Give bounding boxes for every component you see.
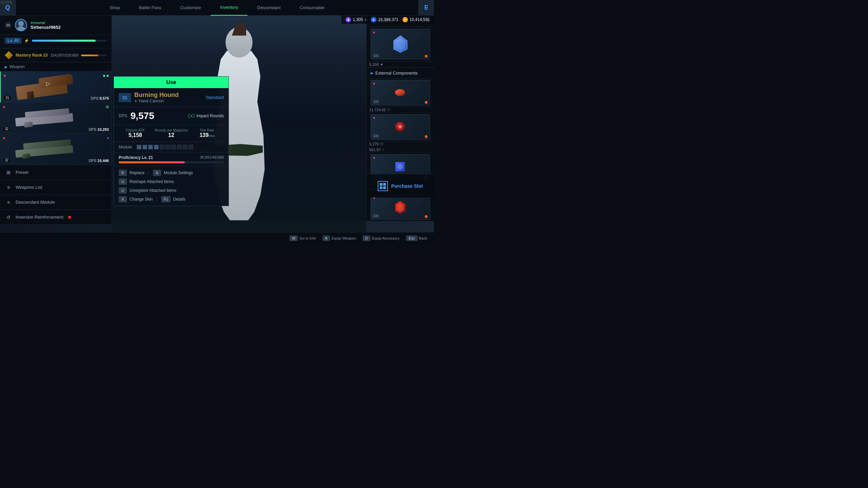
right-panel: ▶ Reactor ⌂ ⬆ ♥ [366,16,434,221]
hint-back: Esc Back [406,236,427,241]
weapon-heart-3: ♥ [3,136,5,141]
ext-item-slot-2[interactable]: ♥ 100 [371,114,430,140]
purchase-slot-label: Purchase Slot [391,183,423,189]
hint-equip-weapon: A Equip Weapon [323,236,356,241]
use-button[interactable]: Use [114,77,229,88]
stat-value-1: 12 [155,132,188,138]
preset-label: Preset [16,170,28,175]
nav-descendant[interactable]: Descendant [248,0,290,16]
key-u-2: U [119,187,127,194]
hint-back-label: Back [419,236,427,240]
reactor-heart-icon: ♥ [373,30,375,35]
action-separator-2 [157,197,157,202]
hint-go-to-info: W Go to Info [290,236,316,241]
action-details[interactable]: Details [173,197,186,202]
weapon-slot-2[interactable]: ♥ 32 DPS 10,293 ⊞ [0,103,112,134]
stat-firearm-atk: Firearm ATK 5,158 [119,128,152,138]
ext-item-2-level: 100 [373,134,379,138]
level-section: Lv. 40 ⚡ [0,35,112,48]
weapons-list-icon: ≡ [5,184,12,191]
mastery-bar-fill [81,55,98,56]
action-reshape[interactable]: Reshape Attached Items [130,179,174,184]
weapon-detail-popup: Use 31 Burning Hound ✦ Hand Cannon Stand… [114,76,229,206]
svg-point-0 [18,21,24,26]
stat-value-1: 5,158 [369,62,379,66]
weapon-image-1: ▷ [11,77,79,97]
gold-currency-icon: ● [402,17,408,22]
nav-battle-pass[interactable]: Battle Pass [130,0,171,16]
reactor-rarity-indicator [425,55,428,58]
weapon-level-3: 32 [3,158,11,163]
svg-point-1 [17,26,25,30]
nav-items-container: Shop Battle Pass Customize Inventory Des… [16,0,418,16]
ext-item-3-icon [393,159,408,175]
weapon-level-badge: 31 [119,93,131,102]
mastery-section: Mastery Rank 23 154,097/229,600 [0,48,112,62]
section-triangle-icon: ▶ [5,65,7,69]
cursor-indicator: ▷ [46,80,51,87]
module-row: Module [114,142,229,152]
weapon-slot-1[interactable]: ♥ ▷ 31 DPS 9,575 ■ ■ [0,72,112,103]
steam-icon: 🎮 [5,22,12,28]
weapon-type: ✦ Hand Cannon [134,99,179,103]
blue-currency-icon: ◈ [371,17,376,22]
currency-gold: ● 15,414,591 [402,17,430,22]
stat-shield-icon-1: 🛡 [387,108,391,112]
action-change-skin[interactable]: Change Skin [130,197,153,202]
ext-components-header: ▶ External Components [367,67,434,79]
key-x: X [119,196,127,202]
module-slot-1 [137,145,141,149]
nav-customize[interactable]: Customize [171,0,210,16]
stat-row-4: 561.97 ○ [367,147,434,153]
ammo-type-label: Impact Rounds [196,114,224,118]
ext-item-4-level: 100 [373,214,379,218]
top-navigation: Q Shop Battle Pass Customize Inventory D… [0,0,434,16]
weapon-section-label: ▶ Weapon [0,62,112,72]
nav-end-button[interactable]: E [418,0,434,16]
premium-currency-plus[interactable]: + [364,18,367,22]
module-slot-8 [177,145,182,149]
preset-icon: ⊞ [5,169,12,176]
stat-circle-icon: ○ [382,148,384,152]
action-row-3: U Unregister Attached Items [119,187,224,194]
descendant-module-icon: ≡ [5,199,12,206]
action-unregister[interactable]: Unregister Attached Items [130,188,176,193]
weapon-heart-2: ♥ [3,105,5,109]
reactor-crystal-icon [390,34,411,54]
action-replace[interactable]: Replace [130,170,144,175]
ext-components-label: External Components [375,70,418,76]
module-slots [137,145,193,149]
menu-preset[interactable]: ⊞ Preset [0,165,112,180]
menu-descendant-module[interactable]: ≡ Descendant Module [0,195,112,210]
hint-go-to-info-label: Go to Info [299,236,316,240]
nav-shop[interactable]: Shop [100,0,129,16]
action-row-1: R Replace N Module Settings [119,170,224,176]
key-d-badge: D [363,236,370,241]
weapon-icons-3: ♦ [107,136,109,140]
menu-inversion-reinforcement[interactable]: ↺ Inversion Reinforcement [0,210,112,225]
proficiency-header: Proficiency Lv. 21 30,891/49,000 [119,155,224,160]
menu-weapons-list[interactable]: ≡ Weapons List [0,180,112,195]
mastery-bar [81,55,107,56]
weapon-icons-1: ■ ■ [103,74,109,78]
action-row-2: U Reshape Attached Items [119,179,224,185]
stat-icon-1: ▼ [380,63,383,66]
nav-inventory[interactable]: Inventory [211,0,248,16]
ext-item-slot-1[interactable]: ♥ 100 [371,80,430,105]
ext-item-slot-4[interactable]: ♥ 100 [371,194,430,220]
reactor-item-slot[interactable]: ♥ 100 [371,29,430,59]
weapon-slot-3[interactable]: ♥ 32 DPS 10,446 ♦ [0,134,112,165]
nav-consumable[interactable]: Consumable [290,0,334,16]
weapon-dps-2: DPS 10,293 [89,127,109,131]
premium-currency-icon: ◆ [346,17,351,22]
module-slot-4 [154,145,159,149]
weapon-name-block: Burning Hound ✦ Hand Cannon [134,92,179,103]
purchase-slot-button[interactable]: Purchase Slot [366,174,434,198]
action-module-settings[interactable]: Module Settings [164,170,193,175]
ext-item-1: ♥ 100 [367,79,434,107]
weapon-quality: Standard [206,95,224,100]
svg-point-11 [399,125,401,128]
weapon-dps-1: DPS 9,575 [91,96,109,100]
ext-item-1-rarity [425,101,428,104]
stat-label-2: Fire Rate [191,128,224,132]
